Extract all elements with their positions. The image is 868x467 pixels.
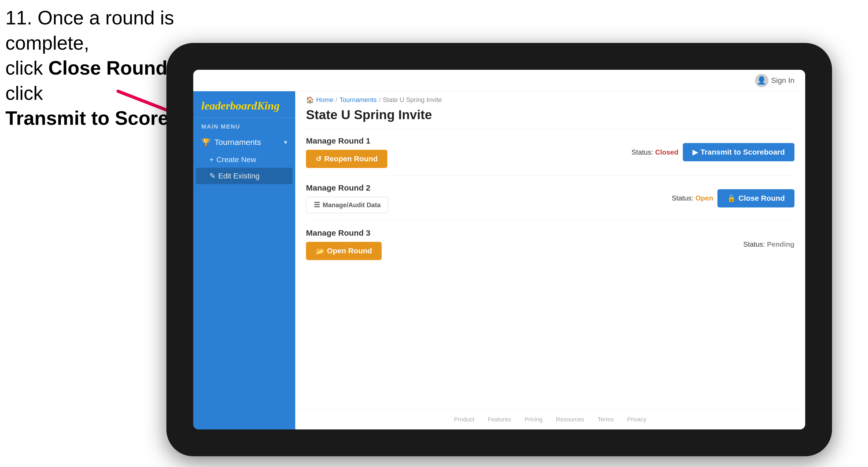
create-new-label: Create New [216, 155, 256, 164]
reopen-icon: ↺ [316, 155, 321, 163]
round-1-buttons: ↺ Reopen Round [306, 150, 631, 168]
footer: Product Features Pricing Resources Terms… [295, 409, 805, 429]
instruction-prefix: click [5, 57, 48, 79]
breadcrumb: 🏠 Home / Tournaments / State U Spring In… [295, 91, 805, 106]
breadcrumb-tournaments[interactable]: Tournaments [340, 96, 377, 103]
round-3-row: Manage Round 3 📂 Open Round Status: Pend… [306, 221, 795, 268]
breadcrumb-sep2: / [379, 96, 380, 103]
sidebar: leaderboardKing MAIN MENU 🏆 Tournaments … [193, 91, 295, 429]
page-title: State U Spring Invite [295, 106, 805, 129]
footer-features[interactable]: Features [488, 416, 511, 423]
audit-icon: ☰ [314, 201, 320, 209]
sidebar-logo: leaderboardKing [193, 91, 295, 118]
content-area: Manage Round 1 ↺ Reopen Round Status: Cl… [295, 129, 805, 409]
round-2-left: Manage Round 2 ☰ Manage/Audit Data [306, 183, 672, 213]
logo-text: leaderboard [201, 100, 257, 112]
reopen-round-button[interactable]: ↺ Reopen Round [306, 150, 387, 168]
reopen-round-label: Reopen Round [324, 155, 378, 163]
footer-product[interactable]: Product [454, 416, 474, 423]
edit-existing-label: Edit Existing [218, 172, 259, 180]
sidebar-create-new[interactable]: + Create New [193, 152, 295, 168]
transmit-to-scoreboard-label: Transmit to Scoreboard [701, 148, 785, 156]
footer-privacy[interactable]: Privacy [627, 416, 646, 423]
round-2-status: Status: Open [672, 194, 713, 203]
trophy-icon: 🏆 [201, 138, 211, 147]
app-layout: leaderboardKing MAIN MENU 🏆 Tournaments … [193, 91, 805, 429]
open-round-icon: 📂 [316, 247, 324, 255]
round-3-buttons: 📂 Open Round [306, 242, 743, 260]
close-round-button[interactable]: 🔒 Close Round [717, 189, 795, 208]
round-2-status-value: Open [695, 194, 713, 202]
round-3-status: Status: Pending [743, 240, 795, 249]
sidebar-tournaments-label: Tournaments [214, 138, 261, 147]
footer-resources[interactable]: Resources [556, 416, 584, 423]
manage-audit-data-button[interactable]: ☰ Manage/Audit Data [306, 197, 389, 213]
edit-icon: ✎ [209, 172, 216, 180]
round-3-right: Status: Pending [743, 240, 795, 249]
close-round-label: Close Round [738, 194, 785, 203]
instruction-close-round: Close Round [48, 57, 167, 79]
sidebar-item-tournaments-left: 🏆 Tournaments [201, 138, 261, 147]
logo-highlight: King [257, 100, 280, 112]
top-bar: 👤 Sign In [193, 70, 805, 91]
footer-terms[interactable]: Terms [598, 416, 614, 423]
close-icon: 🔒 [727, 194, 736, 203]
home-icon: 🏠 [306, 96, 314, 103]
chevron-down-icon: ▾ [284, 138, 287, 146]
breadcrumb-home[interactable]: Home [316, 96, 333, 103]
round-3-left: Manage Round 3 📂 Open Round [306, 228, 743, 260]
round-3-title: Manage Round 3 [306, 228, 743, 238]
breadcrumb-sep1: / [336, 96, 337, 103]
logo: leaderboardKing [201, 99, 287, 112]
round-1-row: Manage Round 1 ↺ Reopen Round Status: Cl… [306, 129, 795, 176]
round-2-right: Status: Open 🔒 Close Round [672, 189, 795, 208]
transmit-icon: ▶ [692, 148, 698, 156]
round-1-left: Manage Round 1 ↺ Reopen Round [306, 136, 631, 168]
round-1-right: Status: Closed ▶ Transmit to Scoreboard [631, 143, 795, 161]
round-2-title: Manage Round 2 [306, 183, 672, 192]
round-2-row: Manage Round 2 ☰ Manage/Audit Data Statu… [306, 176, 795, 221]
main-menu-label: MAIN MENU [193, 118, 295, 133]
round-1-status-value: Closed [655, 148, 679, 156]
round-2-buttons: ☰ Manage/Audit Data [306, 197, 672, 213]
breadcrumb-current: State U Spring Invite [383, 96, 442, 103]
open-round-label: Open Round [327, 247, 372, 255]
round-3-status-value: Pending [767, 240, 795, 248]
tablet-screen: 👤 Sign In leaderboardKing MAIN MENU 🏆 To… [193, 70, 805, 429]
round-1-title: Manage Round 1 [306, 136, 631, 146]
user-avatar: 👤 [755, 74, 768, 87]
round-1-status: Status: Closed [631, 148, 679, 156]
main-content: 🏠 Home / Tournaments / State U Spring In… [295, 91, 805, 429]
plus-icon: + [209, 155, 214, 164]
sidebar-item-tournaments[interactable]: 🏆 Tournaments ▾ [193, 133, 295, 152]
footer-pricing[interactable]: Pricing [524, 416, 542, 423]
sidebar-edit-existing[interactable]: ✎ Edit Existing [196, 168, 292, 184]
transmit-to-scoreboard-button[interactable]: ▶ Transmit to Scoreboard [683, 143, 795, 161]
tablet-device: 👤 Sign In leaderboardKing MAIN MENU 🏆 To… [166, 43, 832, 456]
sign-in-area[interactable]: 👤 Sign In [755, 74, 795, 87]
manage-audit-label: Manage/Audit Data [322, 201, 380, 209]
sign-in-label[interactable]: Sign In [771, 76, 795, 85]
open-round-button[interactable]: 📂 Open Round [306, 242, 382, 260]
